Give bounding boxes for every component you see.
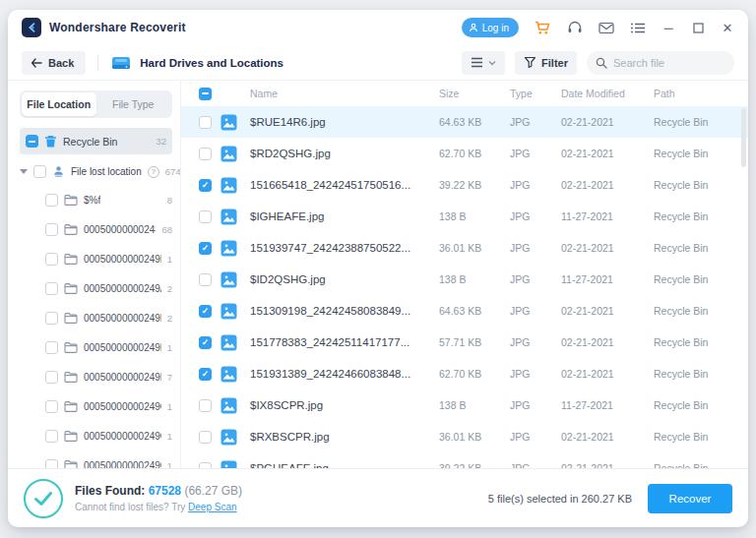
folder-checkbox[interactable] <box>45 282 58 295</box>
minimize-icon[interactable]: ─ <box>662 21 675 34</box>
table-scrollbar[interactable] <box>741 108 746 167</box>
file-type: JPG <box>510 273 555 285</box>
file-path: Recycle Bin <box>654 368 738 380</box>
search-box[interactable] <box>587 51 734 75</box>
tab-file-location[interactable]: File Location <box>22 92 96 116</box>
help-icon[interactable]: ? <box>148 166 159 178</box>
row-checkbox[interactable] <box>199 179 212 192</box>
folder-checkbox[interactable] <box>45 341 58 354</box>
folder-icon <box>64 194 78 206</box>
folder-count: 1 <box>167 342 172 353</box>
col-type[interactable]: Type <box>510 88 555 99</box>
row-checkbox[interactable] <box>199 273 212 286</box>
files-found-count: 67528 <box>149 484 181 498</box>
folder-checkbox[interactable] <box>45 371 58 384</box>
table-row[interactable]: 151309198_24242458083849... 64.63 KB JPG… <box>181 295 748 327</box>
file-size: 64.63 KB <box>439 116 504 128</box>
toolbar: Back Hard Drives and Locations Filter <box>8 45 748 81</box>
table-row[interactable]: $RUE14R6.jpg 64.63 KB JPG 02-21-2021 Rec… <box>181 106 748 138</box>
row-checkbox[interactable] <box>199 242 212 255</box>
login-button[interactable]: Log in <box>462 18 519 37</box>
file-date: 02-21-2021 <box>561 179 648 191</box>
mail-icon[interactable] <box>598 22 614 34</box>
table-row[interactable]: 151931389_24242466083848... 62.70 KB JPG… <box>181 358 748 389</box>
folder-tree-item[interactable]: 00050000000249A879C2... 2 <box>20 273 172 303</box>
table-header: Name Size Type Date Modified Path <box>181 81 748 106</box>
folder-checkbox[interactable] <box>45 430 58 443</box>
folder-checkbox[interactable] <box>45 400 58 413</box>
expand-caret-icon[interactable] <box>20 169 28 174</box>
sidebar-item-file-lost-location[interactable]: File lost location ? 67496 <box>20 158 172 185</box>
col-name[interactable]: Name <box>250 88 433 99</box>
table-row[interactable]: $ID2QSHG.jpg 138 B JPG 11-27-2021 Recycl… <box>181 264 748 295</box>
file-type: JPG <box>510 462 555 468</box>
close-icon[interactable]: ✕ <box>721 21 734 34</box>
menu-list-icon[interactable] <box>630 22 646 34</box>
file-name: $RXBSCPR.jpg <box>250 431 433 443</box>
recover-button[interactable]: Recover <box>648 484 732 513</box>
back-button[interactable]: Back <box>22 51 86 75</box>
tab-file-type[interactable]: File Type <box>96 92 171 116</box>
view-mode-button[interactable] <box>462 51 505 75</box>
file-type: JPG <box>510 242 555 254</box>
deep-scan-link[interactable]: Deep Scan <box>188 502 236 512</box>
row-checkbox[interactable] <box>199 305 212 318</box>
file-date: 02-21-2021 <box>561 148 648 159</box>
row-checkbox[interactable] <box>199 210 212 223</box>
folder-tree-item[interactable]: 00050000000249B87B48... 7 <box>20 362 172 391</box>
folder-tree-item[interactable]: 00050000000249B443BA... 1 <box>20 332 172 362</box>
filter-button[interactable]: Filter <box>515 51 577 75</box>
row-checkbox[interactable] <box>199 148 212 160</box>
table-row[interactable]: $IX8SCPR.jpg 138 B JPG 11-27-2021 Recycl… <box>181 389 748 421</box>
folder-tree-item[interactable]: 00050000000249B0745E... 2 <box>20 303 172 332</box>
sidebar-item-recycle-bin[interactable]: Recycle Bin 32 <box>20 128 172 154</box>
folder-tree-item[interactable]: 00050000000249D6645... 1 <box>20 244 172 273</box>
support-headset-icon[interactable] <box>567 21 583 35</box>
col-size[interactable]: Size <box>439 88 504 99</box>
recycle-bin-checkbox[interactable] <box>26 135 38 148</box>
table-row[interactable]: $RXBSCPR.jpg 36.01 KB JPG 02-21-2021 Rec… <box>181 421 748 452</box>
file-name: $IX8SCPR.jpg <box>250 399 433 411</box>
row-checkbox[interactable] <box>199 336 212 349</box>
row-checkbox[interactable] <box>199 462 212 469</box>
table-row[interactable]: $PGUEAFE.jpg 39.22 KB JPG 02-21-2021 Rec… <box>181 452 748 468</box>
row-checkbox[interactable] <box>199 116 212 129</box>
folder-label: 00050000000249C76C4F... <box>84 401 161 412</box>
row-checkbox[interactable] <box>199 431 212 444</box>
maximize-icon[interactable] <box>691 21 705 34</box>
folder-checkbox[interactable] <box>45 459 58 469</box>
file-size: 62.70 KB <box>439 368 504 380</box>
image-file-icon <box>220 397 244 414</box>
folder-tree: $%f 8 00050000000248092D3... 68 00050000… <box>20 185 172 468</box>
search-input[interactable] <box>613 57 722 69</box>
folder-tree-item[interactable]: $%f 8 <box>20 185 172 214</box>
image-file-icon <box>220 303 244 320</box>
table-row[interactable]: 151665418_24242451750516... 39.22 KB JPG… <box>181 169 748 201</box>
folder-checkbox[interactable] <box>45 253 58 266</box>
folder-count: 68 <box>161 224 172 235</box>
folder-checkbox[interactable] <box>45 194 58 207</box>
file-lost-location-checkbox[interactable] <box>33 165 46 178</box>
folder-checkbox[interactable] <box>45 223 58 236</box>
col-path[interactable]: Path <box>654 88 738 99</box>
row-checkbox[interactable] <box>199 368 212 381</box>
folder-tree-item[interactable]: 00050000000248092D3... 68 <box>20 214 172 244</box>
folder-count: 2 <box>167 313 172 324</box>
folder-tree-item[interactable]: 00050000000249C76C4F... 1 <box>20 391 172 421</box>
folder-checkbox[interactable] <box>45 312 58 325</box>
file-name: $RD2QSHG.jpg <box>250 148 433 159</box>
file-type: JPG <box>510 368 555 380</box>
folder-tree-item[interactable]: 00050000000249C962B... 1 <box>20 421 172 450</box>
table-row[interactable]: 151778383_24242511417177... 57.71 KB JPG… <box>181 327 748 358</box>
folder-tree-item[interactable]: 00050000000249CD4B5... 1 <box>20 450 172 468</box>
row-checkbox[interactable] <box>199 399 212 412</box>
folder-icon <box>64 282 78 294</box>
cart-icon[interactable] <box>535 21 551 35</box>
table-row[interactable]: $IGHEAFE.jpg 138 B JPG 11-27-2021 Recycl… <box>181 201 748 232</box>
col-date[interactable]: Date Modified <box>561 88 648 99</box>
select-all-checkbox[interactable] <box>199 88 212 100</box>
file-size: 36.01 KB <box>439 242 504 254</box>
file-name: 151931389_24242466083848... <box>250 368 433 380</box>
table-row[interactable]: 151939747_24242388750522... 36.01 KB JPG… <box>181 232 748 264</box>
table-row[interactable]: $RD2QSHG.jpg 62.70 KB JPG 02-21-2021 Rec… <box>181 138 748 169</box>
